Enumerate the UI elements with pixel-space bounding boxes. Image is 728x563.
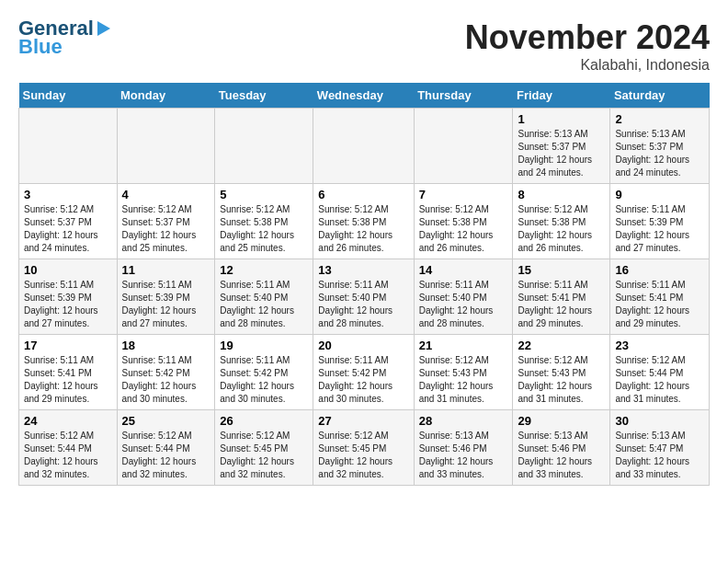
day-info: Sunrise: 5:11 AM Sunset: 5:40 PM Dayligh… <box>318 279 408 330</box>
day-number: 19 <box>220 339 308 352</box>
calendar-cell: 1Sunrise: 5:13 AM Sunset: 5:37 PM Daylig… <box>513 109 610 184</box>
day-info: Sunrise: 5:13 AM Sunset: 5:47 PM Dayligh… <box>615 430 704 481</box>
day-number: 8 <box>518 188 605 201</box>
day-info: Sunrise: 5:12 AM Sunset: 5:38 PM Dayligh… <box>419 203 508 255</box>
day-number: 22 <box>518 339 605 352</box>
day-info: Sunrise: 5:11 AM Sunset: 5:41 PM Dayligh… <box>615 279 704 330</box>
calendar-cell <box>215 109 313 184</box>
day-number: 2 <box>615 112 704 126</box>
day-number: 4 <box>122 188 210 201</box>
day-info: Sunrise: 5:12 AM Sunset: 5:45 PM Dayligh… <box>220 430 308 481</box>
day-number: 18 <box>122 339 210 352</box>
calendar-cell: 13Sunrise: 5:11 AM Sunset: 5:40 PM Dayli… <box>313 259 414 335</box>
day-info: Sunrise: 5:12 AM Sunset: 5:37 PM Dayligh… <box>24 203 112 255</box>
column-header-monday: Monday <box>117 83 215 109</box>
calendar-table: SundayMondayTuesdayWednesdayThursdayFrid… <box>18 83 710 486</box>
day-info: Sunrise: 5:12 AM Sunset: 5:43 PM Dayligh… <box>518 354 605 406</box>
day-info: Sunrise: 5:11 AM Sunset: 5:41 PM Dayligh… <box>518 279 605 330</box>
day-info: Sunrise: 5:12 AM Sunset: 5:38 PM Dayligh… <box>518 203 605 255</box>
calendar-cell: 4Sunrise: 5:12 AM Sunset: 5:37 PM Daylig… <box>117 184 215 259</box>
calendar-week-row: 24Sunrise: 5:12 AM Sunset: 5:44 PM Dayli… <box>19 410 710 486</box>
day-number: 6 <box>318 188 408 201</box>
logo-arrow-icon <box>97 21 110 36</box>
column-header-thursday: Thursday <box>414 83 513 109</box>
day-number: 20 <box>318 339 408 352</box>
day-number: 30 <box>615 414 704 428</box>
calendar-cell: 19Sunrise: 5:11 AM Sunset: 5:42 PM Dayli… <box>215 335 313 410</box>
calendar-cell: 21Sunrise: 5:12 AM Sunset: 5:43 PM Dayli… <box>414 335 513 410</box>
day-info: Sunrise: 5:12 AM Sunset: 5:45 PM Dayligh… <box>318 430 408 481</box>
day-info: Sunrise: 5:11 AM Sunset: 5:40 PM Dayligh… <box>419 279 508 330</box>
calendar-cell: 7Sunrise: 5:12 AM Sunset: 5:38 PM Daylig… <box>414 184 513 259</box>
column-header-wednesday: Wednesday <box>313 83 414 109</box>
day-number: 21 <box>419 339 508 352</box>
day-number: 11 <box>122 263 210 277</box>
day-info: Sunrise: 5:11 AM Sunset: 5:42 PM Dayligh… <box>122 354 210 406</box>
day-info: Sunrise: 5:12 AM Sunset: 5:38 PM Dayligh… <box>220 203 308 255</box>
day-info: Sunrise: 5:13 AM Sunset: 5:46 PM Dayligh… <box>518 430 605 481</box>
day-number: 23 <box>615 339 704 352</box>
day-number: 13 <box>318 263 408 277</box>
day-number: 26 <box>220 414 308 428</box>
day-number: 17 <box>24 339 112 352</box>
calendar-cell <box>117 109 215 184</box>
calendar-cell: 26Sunrise: 5:12 AM Sunset: 5:45 PM Dayli… <box>215 410 313 486</box>
column-header-saturday: Saturday <box>610 83 710 109</box>
calendar-cell: 25Sunrise: 5:12 AM Sunset: 5:44 PM Dayli… <box>117 410 215 486</box>
day-number: 16 <box>615 263 704 277</box>
day-number: 14 <box>419 263 508 277</box>
day-info: Sunrise: 5:12 AM Sunset: 5:38 PM Dayligh… <box>318 203 408 255</box>
calendar-cell: 30Sunrise: 5:13 AM Sunset: 5:47 PM Dayli… <box>610 410 710 486</box>
day-number: 27 <box>318 414 408 428</box>
logo-blue: Blue <box>18 37 63 57</box>
calendar-cell: 28Sunrise: 5:13 AM Sunset: 5:46 PM Dayli… <box>414 410 513 486</box>
day-info: Sunrise: 5:11 AM Sunset: 5:39 PM Dayligh… <box>615 203 704 255</box>
day-info: Sunrise: 5:12 AM Sunset: 5:44 PM Dayligh… <box>122 430 210 481</box>
day-info: Sunrise: 5:12 AM Sunset: 5:44 PM Dayligh… <box>615 354 704 406</box>
calendar-cell <box>19 109 118 184</box>
calendar-week-row: 3Sunrise: 5:12 AM Sunset: 5:37 PM Daylig… <box>19 184 710 259</box>
day-info: Sunrise: 5:12 AM Sunset: 5:44 PM Dayligh… <box>24 430 112 481</box>
day-info: Sunrise: 5:11 AM Sunset: 5:42 PM Dayligh… <box>318 354 408 406</box>
day-number: 15 <box>518 263 605 277</box>
day-info: Sunrise: 5:12 AM Sunset: 5:43 PM Dayligh… <box>419 354 508 406</box>
calendar-cell: 6Sunrise: 5:12 AM Sunset: 5:38 PM Daylig… <box>313 184 414 259</box>
day-info: Sunrise: 5:12 AM Sunset: 5:37 PM Dayligh… <box>122 203 210 255</box>
day-info: Sunrise: 5:11 AM Sunset: 5:39 PM Dayligh… <box>122 279 210 330</box>
calendar-cell: 17Sunrise: 5:11 AM Sunset: 5:41 PM Dayli… <box>19 335 118 410</box>
calendar-cell: 29Sunrise: 5:13 AM Sunset: 5:46 PM Dayli… <box>513 410 610 486</box>
calendar-cell: 8Sunrise: 5:12 AM Sunset: 5:38 PM Daylig… <box>513 184 610 259</box>
day-info: Sunrise: 5:13 AM Sunset: 5:37 PM Dayligh… <box>518 128 605 179</box>
calendar-cell: 16Sunrise: 5:11 AM Sunset: 5:41 PM Dayli… <box>610 259 710 335</box>
day-number: 24 <box>24 414 112 428</box>
column-header-tuesday: Tuesday <box>215 83 313 109</box>
calendar-header-row: SundayMondayTuesdayWednesdayThursdayFrid… <box>19 83 710 109</box>
calendar-cell: 11Sunrise: 5:11 AM Sunset: 5:39 PM Dayli… <box>117 259 215 335</box>
column-header-friday: Friday <box>513 83 610 109</box>
day-number: 7 <box>419 188 508 201</box>
calendar-cell: 22Sunrise: 5:12 AM Sunset: 5:43 PM Dayli… <box>513 335 610 410</box>
calendar-cell <box>313 109 414 184</box>
calendar-cell: 27Sunrise: 5:12 AM Sunset: 5:45 PM Dayli… <box>313 410 414 486</box>
day-info: Sunrise: 5:11 AM Sunset: 5:39 PM Dayligh… <box>24 279 112 330</box>
day-info: Sunrise: 5:13 AM Sunset: 5:37 PM Dayligh… <box>615 128 704 179</box>
day-number: 29 <box>518 414 605 428</box>
calendar-cell: 10Sunrise: 5:11 AM Sunset: 5:39 PM Dayli… <box>19 259 118 335</box>
day-number: 10 <box>24 263 112 277</box>
day-number: 9 <box>615 188 704 201</box>
calendar-cell: 18Sunrise: 5:11 AM Sunset: 5:42 PM Dayli… <box>117 335 215 410</box>
day-number: 25 <box>122 414 210 428</box>
calendar-cell: 23Sunrise: 5:12 AM Sunset: 5:44 PM Dayli… <box>610 335 710 410</box>
day-info: Sunrise: 5:11 AM Sunset: 5:40 PM Dayligh… <box>220 279 308 330</box>
day-number: 1 <box>518 112 605 126</box>
calendar-cell: 5Sunrise: 5:12 AM Sunset: 5:38 PM Daylig… <box>215 184 313 259</box>
calendar-cell: 2Sunrise: 5:13 AM Sunset: 5:37 PM Daylig… <box>610 109 710 184</box>
calendar-cell: 15Sunrise: 5:11 AM Sunset: 5:41 PM Dayli… <box>513 259 610 335</box>
day-info: Sunrise: 5:11 AM Sunset: 5:42 PM Dayligh… <box>220 354 308 406</box>
calendar-week-row: 17Sunrise: 5:11 AM Sunset: 5:41 PM Dayli… <box>19 335 710 410</box>
month-title: November 2024 <box>465 18 710 57</box>
page-header: General Blue November 2024 Kalabahi, Ind… <box>18 18 710 74</box>
day-number: 12 <box>220 263 308 277</box>
day-number: 5 <box>220 188 308 201</box>
day-info: Sunrise: 5:11 AM Sunset: 5:41 PM Dayligh… <box>24 354 112 406</box>
